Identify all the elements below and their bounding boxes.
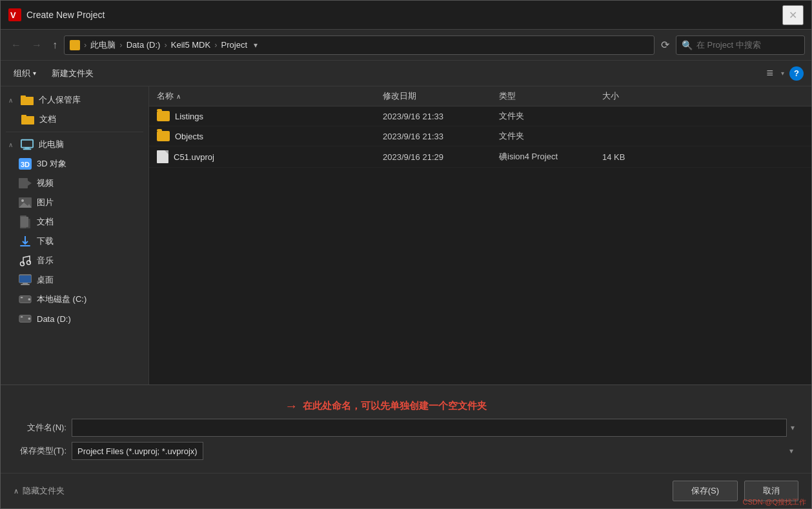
sidebar-item-drive-c[interactable]: 本地磁盘 (C:) — [1, 290, 148, 309]
file-type-objects: 文件夹 — [491, 130, 594, 142]
col-header-size[interactable]: 大小 — [594, 90, 659, 102]
sidebar-item-downloads[interactable]: 下载 — [1, 232, 148, 251]
desktop-icon — [19, 274, 32, 286]
sidebar-item-video[interactable]: 视频 — [1, 174, 148, 193]
svg-rect-30 — [21, 316, 23, 317]
svg-rect-3 — [21, 95, 26, 98]
sidebar-item-desktop[interactable]: 桌面 — [1, 270, 148, 290]
sidebar-item-3d[interactable]: 3D 3D 对象 — [1, 154, 148, 174]
sidebar-label-personal-vault: 个人保管库 — [39, 94, 81, 106]
sidebar-label-music: 音乐 — [37, 255, 54, 266]
watermark: CSDN-@Q搜找工作 — [742, 497, 806, 507]
sidebar-item-drive-d[interactable]: Data (D:) — [1, 309, 148, 328]
breadcrumb-keil5[interactable]: Keil5 MDK — [171, 40, 210, 50]
file-row-listings[interactable]: Listings 2023/9/16 21:33 文件夹 — [149, 106, 811, 126]
svg-rect-5 — [21, 115, 26, 117]
col-header-name[interactable]: 名称 ∧ — [149, 90, 375, 102]
view-dropdown-icon: ▾ — [781, 70, 784, 77]
svg-rect-18 — [21, 217, 28, 227]
file-list-container: 名称 ∧ 修改日期 类型 大小 Listings 2023/9/16 21:33… — [149, 86, 811, 384]
refresh-button[interactable]: ⟳ — [657, 36, 673, 54]
sidebar: ∧ 个人保管库 文档 — [1, 86, 149, 384]
folder-icon-listings — [157, 111, 170, 121]
col-header-type[interactable]: 类型 — [491, 90, 594, 102]
app-logo-icon: V — [8, 8, 21, 21]
folder-icon-objects — [157, 131, 170, 141]
breadcrumb-folder-icon — [70, 40, 80, 50]
file-row-objects[interactable]: Objects 2023/9/16 21:33 文件夹 — [149, 126, 811, 146]
svg-point-28 — [28, 298, 31, 301]
svg-rect-8 — [23, 148, 32, 150]
sidebar-label-downloads: 下载 — [37, 235, 54, 247]
filename-label: 文件名(N): — [14, 422, 72, 434]
svg-rect-19 — [20, 245, 30, 246]
breadcrumb-datad[interactable]: Data (D:) — [127, 40, 161, 50]
filetype-row: 保存类型(T): Project Files (*.uvproj; *.uvpr… — [14, 442, 798, 460]
file-row-uvproj[interactable]: C51.uvproj 2023/9/16 21:29 碘ision4 Proje… — [149, 146, 811, 168]
organize-label: 组织 — [14, 68, 30, 79]
organize-button[interactable]: 组织 ▾ — [8, 65, 41, 82]
svg-rect-7 — [25, 148, 29, 149]
title-bar-text: Create New Project — [26, 10, 782, 20]
hide-folder-label[interactable]: 隐藏文件夹 — [23, 485, 65, 497]
file-list-header: 名称 ∧ 修改日期 类型 大小 — [149, 86, 811, 106]
organize-arrow-icon: ▾ — [33, 70, 36, 77]
sidebar-item-images[interactable]: 图片 — [1, 193, 148, 212]
video-icon — [19, 177, 32, 190]
breadcrumb-dropdown[interactable]: ▾ — [251, 39, 260, 51]
back-button[interactable]: ← — [7, 37, 25, 54]
search-input[interactable] — [696, 40, 799, 50]
svg-rect-23 — [19, 275, 31, 283]
close-button[interactable]: ✕ — [782, 5, 804, 25]
sidebar-label-desktop: 桌面 — [37, 274, 54, 286]
file-name-listings: Listings — [175, 112, 203, 121]
filetype-select[interactable]: Project Files (*.uvproj; *.uvprojx) — [72, 442, 203, 460]
expand-icon: ∧ — [14, 487, 19, 495]
search-box: 🔍 — [676, 35, 805, 55]
forward-button[interactable]: → — [28, 37, 46, 54]
help-button[interactable]: ? — [789, 66, 804, 81]
sidebar-item-documents[interactable]: 文档 — [1, 212, 148, 232]
filename-input[interactable] — [72, 419, 787, 437]
sidebar-label-video: 视频 — [37, 177, 54, 189]
sort-icon: ∧ — [176, 93, 181, 100]
filetype-select-wrap: Project Files (*.uvproj; *.uvprojx) ▾ — [72, 442, 798, 460]
expand-arrow-icon: ∧ — [8, 97, 13, 104]
file-date-objects: 2023/9/16 21:33 — [375, 132, 491, 141]
filename-dropdown-icon: ▾ — [787, 423, 798, 432]
file-date-listings: 2023/9/16 21:33 — [375, 112, 491, 121]
filename-row: 文件名(N): ▾ — [14, 419, 798, 437]
svg-rect-25 — [21, 284, 30, 285]
breadcrumb-project[interactable]: Project — [221, 40, 247, 50]
breadcrumb-thispc[interactable]: 此电脑 — [90, 39, 116, 51]
toolbar: 组织 ▾ 新建文件夹 ≡ ▾ ? — [1, 61, 811, 86]
doc-icon-uvproj — [157, 150, 168, 163]
sidebar-item-this-pc[interactable]: ∧ 此电脑 — [1, 135, 148, 154]
dialog-window: V Create New Project ✕ ← → ↑ › 此电脑 › Dat… — [0, 0, 812, 509]
save-button[interactable]: 保存(S) — [673, 481, 738, 501]
svg-text:V: V — [10, 10, 16, 20]
file-name-objects: Objects — [175, 132, 203, 141]
images-icon — [19, 196, 32, 209]
annotation-text: 在此处命名，可以先单独创建一个空文件夹 — [303, 400, 487, 412]
filetype-label: 保存类型(T): — [14, 445, 72, 457]
file-date-uvproj: 2023/9/16 21:29 — [375, 152, 491, 162]
sidebar-item-personal-vault[interactable]: ∧ 个人保管库 — [1, 90, 148, 110]
up-button[interactable]: ↑ — [48, 37, 61, 54]
file-type-listings: 文件夹 — [491, 110, 594, 122]
svg-rect-11 — [19, 178, 28, 188]
sidebar-item-docs-vault[interactable]: 文档 — [1, 110, 148, 129]
sidebar-label-drive-d: Data (D:) — [37, 314, 71, 324]
folder-icon — [21, 94, 34, 106]
sidebar-item-music[interactable]: 音乐 — [1, 251, 148, 270]
search-icon: 🔍 — [682, 40, 693, 50]
svg-rect-6 — [21, 140, 33, 148]
view-button[interactable]: ≡ — [764, 64, 776, 83]
title-bar: V Create New Project ✕ — [1, 1, 811, 30]
sidebar-label-this-pc: 此电脑 — [39, 139, 64, 150]
col-header-date[interactable]: 修改日期 — [375, 90, 491, 102]
svg-rect-27 — [21, 297, 23, 298]
filetype-dropdown-icon: ▾ — [789, 446, 793, 455]
nav-bar: ← → ↑ › 此电脑 › Data (D:) › Keil5 MDK › Pr… — [1, 30, 811, 61]
new-folder-button[interactable]: 新建文件夹 — [46, 65, 99, 82]
